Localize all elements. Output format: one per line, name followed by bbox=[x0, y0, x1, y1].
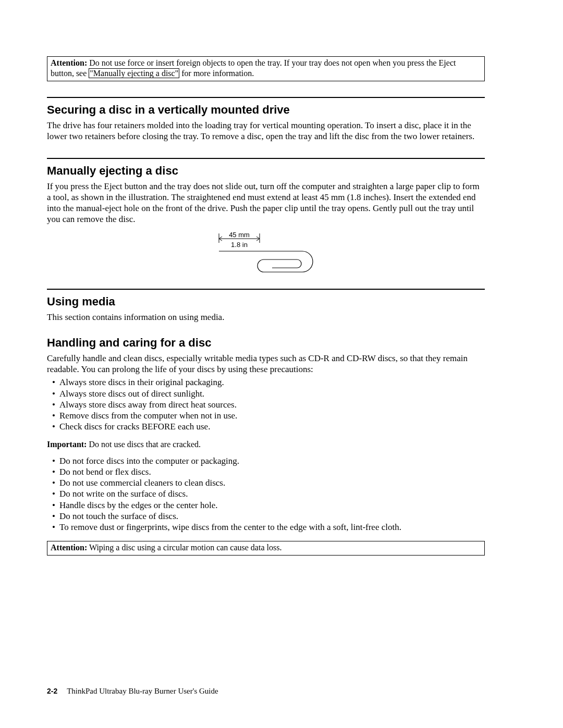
list-item: Do not touch the surface of discs. bbox=[52, 511, 485, 522]
page-footer: 2-2 ThinkPad Ultrabay Blu-ray Burner Use… bbox=[47, 687, 218, 696]
precautions-list-a: Always store discs in their original pac… bbox=[52, 377, 485, 432]
section-divider bbox=[47, 97, 485, 98]
attention-box-1: Attention: Do not use force or insert fo… bbox=[47, 56, 485, 81]
attention-label: Attention: bbox=[51, 543, 87, 552]
list-item: Check discs for cracks BEFORE each use. bbox=[52, 421, 485, 432]
xref-manually-ejecting[interactable]: "Manually ejecting a disc" bbox=[89, 68, 179, 78]
illus-label-in: 1.8 in bbox=[231, 241, 248, 249]
body-manually-ejecting: If you press the Eject button and the tr… bbox=[47, 181, 485, 225]
page: Attention: Do not use force or insert fo… bbox=[0, 0, 563, 728]
page-number: 2-2 bbox=[47, 687, 57, 695]
important-text: Do not use discs that are cracked. bbox=[89, 440, 201, 449]
page-content: Attention: Do not use force or insert fo… bbox=[47, 56, 485, 556]
important-label: Important: bbox=[47, 440, 87, 449]
section-divider bbox=[47, 289, 485, 290]
list-item: Do not write on the surface of discs. bbox=[52, 488, 485, 499]
list-item: Always store discs in their original pac… bbox=[52, 377, 485, 388]
list-item: To remove dust or fingerprints, wipe dis… bbox=[52, 522, 485, 533]
list-item: Handle discs by the edges or the center … bbox=[52, 500, 485, 511]
body-securing-disc: The drive has four retainers molded into… bbox=[47, 120, 485, 142]
list-item: Always store discs out of direct sunligh… bbox=[52, 388, 485, 399]
list-item: Remove discs from the computer when not … bbox=[52, 410, 485, 421]
attention-box-2: Attention: Wiping a disc using a circula… bbox=[47, 541, 485, 556]
document-title: ThinkPad Ultrabay Blu-ray Burner User's … bbox=[67, 687, 218, 695]
body-using-media: This section contains information on usi… bbox=[47, 312, 485, 323]
attention-text-after: for more information. bbox=[179, 69, 254, 78]
list-item: Always store discs away from direct heat… bbox=[52, 399, 485, 410]
important-note: Important: Do not use discs that are cra… bbox=[47, 440, 485, 449]
paperclip-illustration: 45 mm 1.8 in bbox=[214, 232, 318, 273]
illus-label-mm: 45 mm bbox=[229, 232, 250, 239]
precautions-list-b: Do not force discs into the computer or … bbox=[52, 455, 485, 533]
attention-text: Wiping a disc using a circular motion ca… bbox=[89, 543, 282, 552]
heading-handling-disc: Handling and caring for a disc bbox=[47, 336, 485, 350]
heading-manually-ejecting: Manually ejecting a disc bbox=[47, 164, 485, 178]
list-item: Do not force discs into the computer or … bbox=[52, 455, 485, 466]
list-item: Do not use commercial cleaners to clean … bbox=[52, 477, 485, 488]
body-handling-disc: Carefully handle and clean discs, especi… bbox=[47, 353, 485, 375]
heading-using-media: Using media bbox=[47, 295, 485, 309]
heading-securing-disc: Securing a disc in a vertically mounted … bbox=[47, 103, 485, 117]
list-item: Do not bend or flex discs. bbox=[52, 466, 485, 477]
section-divider bbox=[47, 158, 485, 159]
attention-label: Attention: bbox=[51, 58, 87, 67]
